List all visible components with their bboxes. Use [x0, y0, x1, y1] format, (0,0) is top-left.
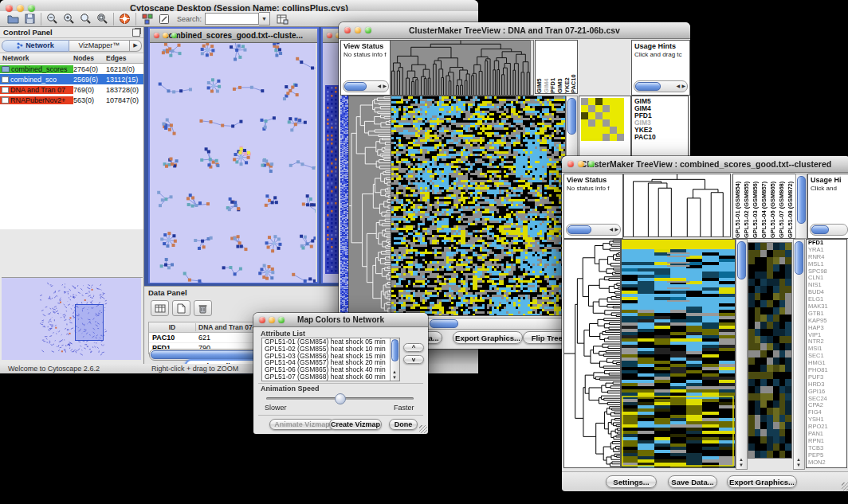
- close-button[interactable]: [154, 33, 159, 38]
- minimize-button[interactable]: [578, 161, 584, 167]
- close-button[interactable]: [259, 317, 265, 323]
- scroll-up-icon[interactable]: ▲: [796, 457, 801, 462]
- scroll-right-icon[interactable]: ▶: [681, 84, 685, 88]
- zoom-button[interactable]: [171, 33, 177, 38]
- zoom-button[interactable]: [365, 27, 371, 33]
- search-input[interactable]: [205, 13, 259, 25]
- move-down-button[interactable]: v: [403, 355, 424, 364]
- close-button[interactable]: [327, 33, 332, 38]
- tv2-column-dendrogram-canvas[interactable]: [624, 174, 730, 236]
- tv1-hints-scrollbar[interactable]: ◀ ▶: [634, 80, 688, 92]
- minimize-button[interactable]: [269, 317, 275, 323]
- column-label[interactable]: GIM5: [536, 42, 543, 93]
- column-label[interactable]: GPL51-02 (GSM855): [742, 174, 751, 238]
- zoom-fit-icon[interactable]: [94, 12, 111, 26]
- slider-thumb[interactable]: [335, 393, 346, 404]
- animation-speed-slider[interactable]: [266, 397, 414, 400]
- scroll-right-icon[interactable]: ▶: [614, 227, 618, 232]
- zoom-button[interactable]: [278, 317, 285, 323]
- column-label[interactable]: GPL51-08 (GSM872): [786, 174, 795, 238]
- help-lifesaver-icon[interactable]: [116, 12, 133, 26]
- resize-grip[interactable]: [419, 425, 427, 433]
- column-label[interactable]: GPL51-01 (GSM854): [733, 174, 742, 238]
- float-panel-icon[interactable]: [132, 29, 140, 37]
- dialog-titlebar[interactable]: Map Colors to Network: [253, 313, 428, 327]
- network-frame1-titlebar[interactable]: combined_scores_good.txt--cluste...: [150, 29, 317, 43]
- scroll-down-icon[interactable]: ▼: [739, 463, 744, 467]
- attribute-list[interactable]: GPL51-01 (GSM854) heat shock 05 minGPL51…: [261, 338, 400, 381]
- delete-attribute-trash-icon[interactable]: [194, 300, 212, 316]
- gene-label[interactable]: MON2: [808, 459, 846, 467]
- zoom-button[interactable]: [588, 161, 595, 167]
- tv2-hints-scrollbar[interactable]: [810, 224, 848, 236]
- column-label[interactable]: GPL51-03 (GSM856): [751, 174, 760, 238]
- tv1-row-dendrogram-canvas[interactable]: [348, 96, 391, 316]
- column-label[interactable]: GIM3: [556, 42, 563, 93]
- search-dropdown-icon[interactable]: ▼: [259, 12, 270, 25]
- scroll-left-icon[interactable]: ◀: [377, 84, 381, 88]
- resize-grip[interactable]: [842, 483, 848, 490]
- tv2-heatmap-canvas[interactable]: [621, 239, 736, 468]
- network-row[interactable]: combined_scores 2764(0) 16218(0): [0, 64, 143, 74]
- network-canvas-1[interactable]: [150, 43, 316, 283]
- close-button[interactable]: [344, 27, 351, 33]
- minimize-button[interactable]: [163, 33, 168, 38]
- vizmapper-icon[interactable]: [139, 12, 155, 26]
- birdseye-overview-canvas[interactable]: [2, 278, 141, 360]
- tv1-global-pixel-strip[interactable]: [340, 96, 348, 315]
- treeview-button[interactable]: Save Data...: [668, 475, 717, 488]
- tv1-status-scrollbar[interactable]: ◀ ▶: [343, 80, 389, 92]
- tv2-row-dendrogram-canvas[interactable]: [563, 239, 621, 468]
- overview-panel[interactable]: [2, 277, 143, 361]
- tv2-heatmap-vscrollbar[interactable]: ▲ ▼: [736, 239, 748, 470]
- scroll-up-icon[interactable]: ▲: [392, 369, 397, 374]
- tab-vizmapper[interactable]: VizMapper™: [69, 40, 130, 52]
- network-row[interactable]: DNA and Tran 07 769(0) 183728(0): [0, 84, 143, 95]
- tv2-labels-scrollbar[interactable]: [795, 174, 807, 239]
- tv1-zoom-heatmap-canvas[interactable]: [581, 98, 624, 141]
- treeview-button[interactable]: Settings...: [606, 475, 657, 488]
- data-col-id[interactable]: ID: [149, 323, 195, 331]
- scroll-down-icon[interactable]: ▼: [796, 463, 801, 467]
- save-icon[interactable]: [22, 12, 38, 26]
- scroll-left-icon[interactable]: ◀: [609, 227, 613, 232]
- network-row[interactable]: RNAPuberNov2+ 563(0) 107847(0): [0, 95, 143, 105]
- close-button[interactable]: [567, 161, 574, 167]
- dialog-button[interactable]: Create Vizmap: [329, 419, 382, 430]
- move-up-button[interactable]: ^: [403, 343, 424, 352]
- tab-overflow-button[interactable]: ▶: [130, 40, 142, 52]
- annotation-icon[interactable]: [155, 12, 172, 26]
- column-label[interactable]: PFD1: [549, 42, 556, 93]
- zoom-out-icon[interactable]: [44, 12, 61, 26]
- minimize-button[interactable]: [355, 27, 361, 33]
- scroll-up-icon[interactable]: ▲: [739, 457, 744, 462]
- tv1-heatmap-canvas[interactable]: [391, 96, 566, 316]
- column-label[interactable]: GPL51-06 (GSM865): [768, 174, 777, 238]
- tv2-zoom-vscrollbar[interactable]: ▲ ▼: [793, 239, 805, 470]
- tv2-status-scrollbar[interactable]: ◀ ▶: [566, 224, 621, 236]
- attribute-table-icon[interactable]: [274, 12, 291, 26]
- scroll-down-icon[interactable]: ▼: [392, 375, 397, 380]
- treeview-button[interactable]: Export Graphics...: [453, 331, 523, 344]
- treeview2-titlebar[interactable]: ClusterMaker TreeView : combined_scores_…: [562, 156, 848, 173]
- new-attribute-icon[interactable]: [172, 300, 190, 316]
- attribute-item[interactable]: GPL51-07 (GSM868) heat shock 60 min: [262, 373, 391, 381]
- attribute-select-icon[interactable]: [151, 300, 169, 316]
- network-row[interactable]: combined_sco 2569(6) 13112(15): [0, 74, 143, 84]
- treeview-button[interactable]: Export Graphics...: [727, 475, 797, 488]
- network-frame-1[interactable]: combined_scores_good.txt--cluste...: [148, 27, 319, 283]
- treeview1-titlebar[interactable]: ClusterMaker TreeView : DNA and Tran 07-…: [339, 22, 690, 39]
- zoom-button[interactable]: [28, 5, 35, 12]
- attribute-list-scrollbar[interactable]: ▲ ▼: [390, 338, 399, 381]
- gene-label[interactable]: PAC10: [634, 134, 688, 141]
- column-label[interactable]: GPL51-07 (GSM868): [777, 174, 786, 238]
- dialog-button[interactable]: Animate Vizmap: [269, 419, 335, 430]
- scroll-left-icon[interactable]: ◀: [676, 84, 680, 88]
- zoom-selected-icon[interactable]: [77, 12, 94, 26]
- close-button[interactable]: [6, 5, 13, 12]
- tv1-dendro-scrollstrip[interactable]: [530, 40, 534, 96]
- tv1-column-dendrogram-canvas[interactable]: [391, 41, 531, 95]
- open-file-icon[interactable]: [5, 12, 22, 26]
- zoom-in-icon[interactable]: [61, 12, 77, 26]
- tab-network[interactable]: Network: [2, 40, 69, 52]
